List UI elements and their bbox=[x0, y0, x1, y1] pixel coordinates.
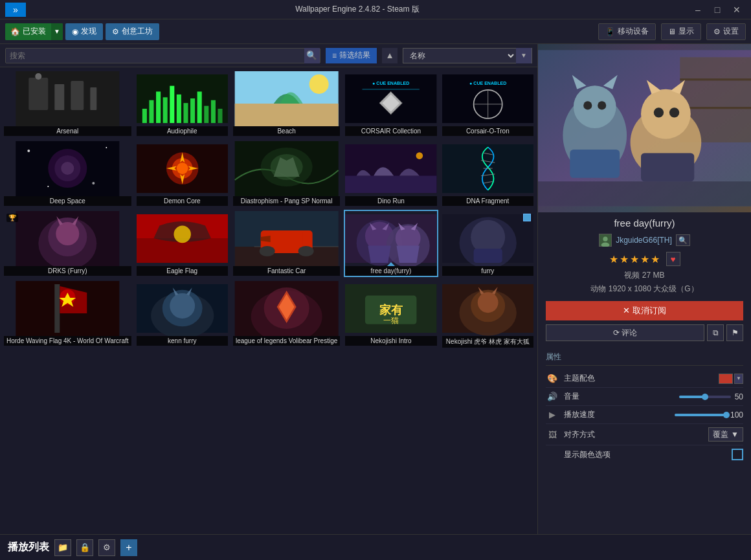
main-layout: 🔍 ≡ 筛选结果 ▲ 名称 ▼ ArsenalAudiophileBeach● … bbox=[0, 44, 751, 534]
svg-point-33 bbox=[106, 147, 107, 148]
svg-point-111 bbox=[583, 101, 592, 109]
search-bar: 🔍 ≡ 筛选结果 ▲ 名称 ▼ bbox=[0, 44, 537, 67]
author-search-button[interactable]: 🔍 bbox=[676, 234, 690, 246]
properties-section: 属性 🎨 主题配色 ▼ 🔊 音量 50 bbox=[538, 346, 751, 466]
playlist-add-button[interactable]: + bbox=[120, 539, 137, 556]
alignment-icon: 🖼 bbox=[546, 430, 559, 440]
wallpaper-item-demoncore[interactable]: Demon Core bbox=[135, 140, 229, 207]
playback-slider[interactable] bbox=[675, 414, 726, 416]
search-button[interactable]: 🔍 bbox=[304, 48, 320, 63]
collapse-filter-button[interactable]: ▲ bbox=[382, 48, 398, 63]
wallpaper-thumb-eagle bbox=[137, 211, 228, 266]
settings-button[interactable]: ⚙ 设置 bbox=[706, 23, 746, 40]
workshop-label: 创意工坊 bbox=[122, 26, 153, 37]
title-text: Wallpaper Engine 2.4.82 - Steam 版 bbox=[295, 4, 420, 15]
comment-button[interactable]: ⟳ 评论 bbox=[546, 324, 704, 341]
settings-label: 设置 bbox=[723, 26, 739, 37]
wallpaper-item-furry[interactable]: furry bbox=[441, 210, 535, 277]
wallpaper-item-beach[interactable]: Beach bbox=[232, 70, 341, 137]
preview-thumbnail bbox=[538, 44, 751, 212]
wallpaper-item-corsair2[interactable]: ● CUE ENABLEDCorsair-O-Tron bbox=[441, 70, 535, 137]
favorite-button[interactable]: ♥ bbox=[666, 252, 680, 266]
close-button[interactable]: ✕ bbox=[728, 3, 746, 17]
theme-color-icon: 🎨 bbox=[546, 374, 559, 383]
wallpaper-item-dna[interactable]: DNA Fragment bbox=[441, 140, 535, 207]
wallpaper-label-neko2: Nekojishi 虎爷 林虎 家有大狐 bbox=[442, 336, 533, 348]
svg-rect-24 bbox=[363, 89, 420, 90]
svg-point-39 bbox=[176, 162, 188, 174]
display-color-label: 显示颜色选项 bbox=[564, 449, 726, 460]
playlist-settings-button[interactable]: ⚙ bbox=[98, 539, 115, 556]
volume-slider[interactable] bbox=[679, 396, 731, 398]
left-panel: 🔍 ≡ 筛选结果 ▲ 名称 ▼ ArsenalAudiophileBeach● … bbox=[0, 44, 537, 534]
svg-point-5 bbox=[35, 73, 41, 80]
flag-button[interactable]: ⚑ bbox=[726, 324, 743, 341]
wallpaper-item-arsenal[interactable]: Arsenal bbox=[3, 70, 133, 137]
alignment-dropdown[interactable]: 覆盖 ▼ bbox=[708, 427, 743, 442]
svg-text:家有: 家有 bbox=[379, 303, 403, 317]
sort-arrow-icon: ▼ bbox=[516, 48, 532, 63]
svg-point-55 bbox=[56, 222, 79, 245]
wallpaper-item-eagle[interactable]: Eagle Flag bbox=[135, 210, 229, 277]
svg-point-100 bbox=[477, 292, 498, 313]
wallpaper-item-fantastic[interactable]: Fantastic Car bbox=[232, 210, 341, 277]
display-color-checkbox[interactable] bbox=[732, 449, 743, 460]
workshop-button[interactable]: ⚙ 创意工坊 bbox=[106, 23, 159, 40]
wallpaper-grid-area: ArsenalAudiophileBeach● CUE ENABLEDCORSA… bbox=[0, 67, 537, 534]
wallpaper-thumb-corsair1: ● CUE ENABLED bbox=[345, 71, 436, 126]
wallpaper-item-corsair1[interactable]: ● CUE ENABLEDCORSAIR Collection bbox=[344, 70, 438, 137]
wallpaper-item-kenn[interactable]: kenn furry bbox=[135, 280, 229, 349]
skip-button[interactable]: » bbox=[5, 3, 26, 17]
sort-wrapper: 名称 ▼ bbox=[403, 48, 532, 63]
svg-rect-67 bbox=[271, 232, 303, 245]
wallpaper-label-neko: Nekojishi Intro bbox=[345, 336, 436, 346]
wallpaper-item-audiophile[interactable]: Audiophile bbox=[135, 70, 229, 137]
title-bar: » Wallpaper Engine 2.4.82 - Steam 版 – □ … bbox=[0, 0, 751, 19]
minimize-button[interactable]: – bbox=[689, 3, 707, 17]
wallpaper-item-diastro[interactable]: Diastrophism - Pang SP Normal bbox=[232, 140, 341, 207]
wallpaper-item-dinorun[interactable]: Dino Run bbox=[344, 140, 438, 207]
copy-button[interactable]: ⧉ bbox=[707, 324, 724, 341]
sort-select[interactable]: 名称 bbox=[403, 50, 516, 61]
nav-right: 📱 移动设备 🖥 显示 ⚙ 设置 bbox=[598, 23, 746, 40]
wallpaper-label-eagle: Eagle Flag bbox=[137, 266, 228, 276]
display-button[interactable]: 🖥 显示 bbox=[661, 23, 701, 40]
search-input-wrapper: 🔍 bbox=[5, 48, 320, 63]
filter-button[interactable]: ≡ 筛选结果 bbox=[326, 48, 377, 63]
svg-rect-13 bbox=[183, 103, 188, 123]
wallpaper-thumb-arsenal bbox=[4, 71, 131, 126]
color-dropdown-button[interactable]: ▼ bbox=[734, 374, 743, 384]
wallpaper-item-neko2[interactable]: Nekojishi 虎爷 林虎 家有大狐 bbox=[441, 280, 535, 349]
svg-point-35 bbox=[92, 182, 95, 185]
installed-dropdown-arrow[interactable]: ▼ bbox=[51, 23, 63, 40]
installed-button[interactable]: 🏠 已安装 bbox=[5, 23, 51, 40]
detail-author-row: JkguideG66[TH] 🔍 bbox=[538, 231, 751, 249]
wallpaper-label-freeday: free day(furry) bbox=[345, 266, 436, 276]
wallpaper-item-freeday[interactable]: free day(furry) bbox=[344, 210, 438, 277]
playback-slider-thumb bbox=[723, 412, 730, 418]
search-input[interactable] bbox=[6, 51, 304, 60]
playlist-folder-button[interactable]: 📁 bbox=[54, 539, 71, 556]
wallpaper-label-beach: Beach bbox=[233, 126, 340, 136]
unsubscribe-button[interactable]: ✕ 取消订阅 bbox=[546, 301, 743, 320]
property-alignment: 🖼 对齐方式 覆盖 ▼ bbox=[546, 424, 743, 445]
svg-point-66 bbox=[298, 246, 314, 256]
alignment-label: 对齐方式 bbox=[564, 429, 703, 440]
wallpaper-item-neko[interactable]: 家有一猫Nekojishi Intro bbox=[344, 280, 438, 349]
wallpaper-item-horde[interactable]: Horde Waving Flag 4K - World Of Warcraft bbox=[3, 280, 133, 349]
maximize-button[interactable]: □ bbox=[708, 3, 726, 17]
wallpaper-item-deepspace[interactable]: Deep Space bbox=[3, 140, 133, 207]
wallpaper-item-drks[interactable]: 🏆DRKS (Furry) bbox=[3, 210, 133, 277]
svg-point-87 bbox=[170, 293, 195, 319]
playlist-lock-button[interactable]: 🔒 bbox=[76, 539, 93, 556]
settings-icon: ⚙ bbox=[713, 27, 721, 36]
mobile-button[interactable]: 📱 移动设备 bbox=[598, 23, 656, 40]
svg-point-113 bbox=[654, 107, 664, 117]
discover-button[interactable]: ◉ 发现 bbox=[65, 23, 103, 40]
svg-rect-80 bbox=[473, 249, 502, 263]
wallpaper-item-lol[interactable]: league of legends Volibear Prestige bbox=[232, 280, 341, 349]
playback-slider-wrapper: 100 bbox=[675, 410, 743, 420]
svg-rect-9 bbox=[156, 91, 161, 123]
nav-left: 🏠 已安装 ▼ ◉ 发现 ⚙ 创意工坊 bbox=[5, 23, 159, 40]
color-swatch[interactable] bbox=[719, 374, 733, 384]
